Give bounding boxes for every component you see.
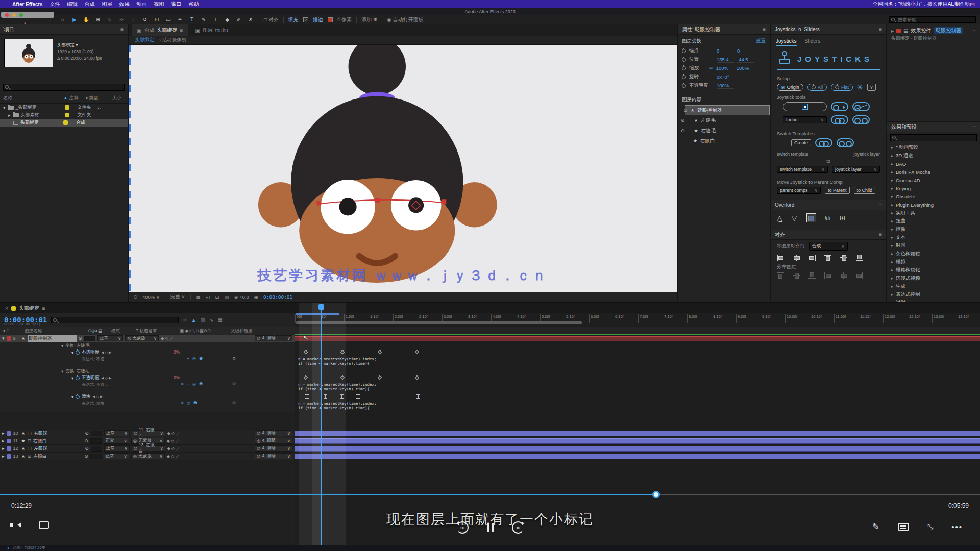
shy-layers-icon[interactable]: ▲ [191,317,197,323]
effects-presets-title[interactable]: 效果和预设 [891,123,917,131]
effects-category-item[interactable]: ▸Cinema 4D [887,176,980,184]
tab-composition[interactable]: ▣ 合成 头部绑定 ≡ [132,24,188,36]
blend-mode-dropdown[interactable]: 正常∨ [104,445,130,452]
reset-button[interactable]: 重置 [756,38,766,44]
panel-menu-icon[interactable]: ≡ [763,27,766,32]
create-joystick-icon[interactable] [831,102,848,111]
parent-dropdown[interactable]: ◎ 4. 眼睛∨ [255,445,292,452]
effects-category-item[interactable]: ▸生成 [887,282,980,290]
eye-icon[interactable]: ⊙ [85,446,89,451]
distribute-icon[interactable] [824,272,831,279]
joystick-slider[interactable] [783,102,827,111]
help-button[interactable]: ? [867,84,876,91]
comp-canvas[interactable]: 技艺学习素材网 ｗｗｗ．ｊｙ３ｄ．ｃｎ [129,45,677,292]
stopwatch-icon[interactable] [76,395,80,399]
gear-icon[interactable]: ⚙ [232,400,236,405]
twirl-icon[interactable]: ▸ [891,186,893,191]
align-left-icon[interactable] [777,255,784,261]
column-parent-link[interactable]: 父级和链接 [231,327,253,335]
twirl-icon[interactable]: ▸ [891,276,893,281]
parent-comps-dropdown[interactable]: parent comps∨ [777,187,821,194]
new-document-icon[interactable]: ⊞ [840,214,846,222]
effect-controls-title[interactable]: 效果控件 [911,27,931,34]
keyframe-icon[interactable] [340,350,345,354]
menu-composition[interactable]: 合成 [84,1,94,8]
panel-menu-icon[interactable]: ≡ [973,124,976,130]
project-row-folder-assets[interactable]: ▸ 头部素材 文件夹 [0,111,128,119]
orbit-tool-icon[interactable]: ↻ [106,17,113,22]
twirl-icon[interactable]: ▸ [2,446,5,451]
twirl-icon[interactable]: ▸ [891,145,893,150]
stopwatch-icon[interactable] [682,49,686,53]
stopwatch-icon[interactable] [682,84,686,88]
group-row-right-lash[interactable]: ▾ 变换: 右睫毛 [0,368,980,374]
pull-to-illustrator-icon[interactable]: ▽ [792,214,797,222]
label-chip[interactable] [65,105,69,110]
home-tool-icon[interactable]: ⌂ [59,17,66,22]
group-row-left-lash[interactable]: ▾ 变换: 左睫毛 [0,342,980,349]
twirl-icon[interactable]: ▸ [891,227,893,232]
prop-row-slider[interactable]: ▾ 滑块 ◀◇▶ [0,393,980,400]
zoom-window-button[interactable] [19,13,23,17]
parent-dropdown[interactable]: ◎ 4. 眼睛∨ [255,430,292,436]
selection-tool-icon[interactable]: ▶ [71,17,78,22]
joysticks-panel-title[interactable]: Joysticks_n_Sliders [775,27,820,32]
create-template-button[interactable]: Create [791,139,811,146]
layer-name[interactable]: 眨眼控制器 [28,335,77,342]
expression-icons[interactable]: = ◎ ❶ [181,400,198,405]
hold-keyframe-icon[interactable] [324,394,327,399]
layer-name[interactable]: 左眼白 [33,453,82,460]
align-v-center-icon[interactable] [840,255,847,261]
project-comp-name[interactable]: 头部绑定 ▾ [57,42,102,48]
link-icon[interactable]: ∞ [709,65,713,71]
menu-layer[interactable]: 图层 [102,1,112,8]
flat-button[interactable]: Flat [831,84,853,91]
frame-blending-icon[interactable]: ▥ [201,317,205,323]
hold-keyframe-icon[interactable] [305,394,309,399]
switches[interactable]: ◆ ◇ ／ [167,454,180,459]
resolution-dropdown[interactable]: 完整 ∨ [170,294,185,300]
eye-icon[interactable]: ⊙ [683,108,688,113]
menu-animation[interactable]: 动画 [136,1,146,8]
hold-keyframe-icon[interactable] [340,394,344,399]
twirl-icon[interactable]: ▸ [891,284,893,289]
joystick-target-dropdown[interactable]: toubu∨ [783,116,827,123]
switches[interactable]: ◆ ◇ ／ [167,431,180,436]
transparency-grid-icon[interactable]: ▥ [224,294,229,300]
position-x-value[interactable]: 135.4 [717,57,734,63]
menu-view[interactable]: 视图 [154,1,164,8]
layer-duration-bar[interactable] [295,431,980,436]
stopwatch-icon[interactable] [682,58,686,62]
twirl-icon[interactable]: ▸ [2,431,5,436]
expression-row-left[interactable]: 表达式: 不透... = ⌁ ◎ ❶ ⚙ n = marker.nearestK… [0,356,980,368]
rewind-10-button[interactable]: 10 [456,521,469,534]
rotation-tool-icon[interactable]: ↺ [141,17,149,22]
effects-category-item[interactable]: ▸Obsolete [887,192,980,201]
expression-row-right[interactable]: 表达式: 不透... = ⌁ ◎ ❶ ⚙ n = marker.nearestK… [0,381,980,393]
motion-blur-icon[interactable]: ∿ [209,317,213,323]
brush-tool-icon[interactable]: ✎ [200,17,207,22]
app-name[interactable]: After Effects [12,2,42,7]
timeline-search-input[interactable] [51,317,179,323]
twirl-icon[interactable]: ▾ [71,375,74,381]
to-child-button[interactable]: to Child [854,187,876,194]
scale-y-value[interactable]: 100% [737,65,754,71]
effects-category-item[interactable]: ▸3D 通道 [887,152,980,160]
keyboard-icon[interactable] [898,523,909,531]
fill-swatch[interactable]: ? [303,17,308,22]
menu-edit[interactable]: 编辑 [67,1,77,8]
forward-30-button[interactable]: 30 [512,521,524,534]
graph-editor-icon[interactable]: ▦ [217,317,222,323]
twirl-icon[interactable]: ▸ [891,178,893,183]
keyframe-track[interactable] [295,349,980,356]
twirl-icon[interactable]: ▸ [2,438,5,443]
trkmat-dropdown[interactable]: ◎ 无蒙版∨ [131,453,165,459]
close-window-button[interactable] [5,13,9,17]
twirl-icon[interactable]: ▸ [2,454,5,459]
anchor-y-value[interactable]: 0 [737,48,754,54]
project-search-input[interactable] [3,84,125,91]
layer-duration-bar[interactable] [295,446,980,452]
align-bottom-icon[interactable] [856,255,863,261]
origin-button[interactable]: ◉Origin [777,84,803,91]
distribute-icon[interactable] [793,272,800,279]
